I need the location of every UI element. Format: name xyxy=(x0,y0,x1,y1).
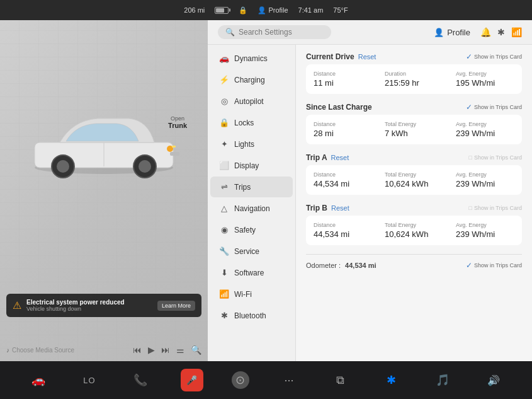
choose-media-label: Choose Media Source xyxy=(12,347,74,354)
taskbar-music-icon[interactable]: 🎤 xyxy=(181,369,203,391)
search-box[interactable]: 🔍 xyxy=(218,25,331,39)
taskbar-lo-label: LO xyxy=(78,369,101,391)
sidebar-item-locks[interactable]: 🔒 Locks xyxy=(210,112,293,133)
sidebar-item-lights[interactable]: ✦ Lights xyxy=(210,134,293,154)
current-drive-check-icon: ✓ xyxy=(466,52,472,61)
svg-rect-8 xyxy=(172,146,176,147)
current-drive-show-in-trips[interactable]: ✓ Show in Trips Card xyxy=(466,52,522,61)
trip-b-reset[interactable]: Reset xyxy=(331,204,349,212)
software-label: Software xyxy=(234,269,264,277)
svg-rect-9 xyxy=(170,152,179,156)
settings-content: 🚗 Dynamics ⚡ Charging ◎ Autopilot 🔒 Lock… xyxy=(208,45,532,361)
taskbar-bluetooth-icon[interactable]: ✱ xyxy=(380,369,403,391)
trip-a-distance: Distance 44,534 mi xyxy=(314,171,372,188)
taskbar-itunes-icon[interactable]: 🎵 xyxy=(431,369,454,391)
taskbar-apps-icon[interactable]: ⧉ xyxy=(329,369,351,391)
current-drive-distance: Distance 11 mi xyxy=(314,71,372,88)
autopilot-label: Autopilot xyxy=(234,97,264,106)
autopilot-icon: ◎ xyxy=(219,96,229,106)
taskbar-phone-icon[interactable]: 📞 xyxy=(129,369,152,391)
trip-b-distance: Distance 44,534 mi xyxy=(314,222,372,239)
profile-status: 👤 Profile xyxy=(258,6,288,14)
trip-a-total-energy-value: 10,624 kWh xyxy=(385,179,443,188)
trip-b-avg-energy-label: Avg. Energy xyxy=(456,222,514,228)
current-drive-section: Current Drive Reset ✓ Show in Trips Card… xyxy=(306,52,522,94)
odometer-divider xyxy=(306,254,522,255)
since-last-charge-title: Since Last Charge xyxy=(306,103,372,112)
header-icons: 🔔 ✱ 📶 xyxy=(480,27,522,37)
sidebar-item-software[interactable]: ⬇ Software xyxy=(210,262,293,283)
sidebar-item-service[interactable]: 🔧 Service xyxy=(210,241,293,262)
signal-icon: 📶 xyxy=(511,27,522,37)
slc-avg-energy-label: Avg. Energy xyxy=(456,121,514,127)
media-source[interactable]: ♪ Choose Media Source xyxy=(6,347,128,354)
trip-a-avg-energy-value: 239 Wh/mi xyxy=(456,179,514,188)
alert-title: Electrical system power reduced xyxy=(26,299,152,306)
search-media-icon[interactable]: 🔍 xyxy=(191,345,201,355)
play-icon[interactable]: ▶ xyxy=(148,345,155,355)
trip-a-distance-label: Distance xyxy=(314,171,372,178)
trip-a-total-energy: Total Energy 10,624 kWh xyxy=(385,171,443,188)
trip-a-avg-energy-label: Avg. Energy xyxy=(456,171,514,178)
sidebar-item-safety[interactable]: ◉ Safety xyxy=(210,219,293,240)
trip-b-show-in-trips[interactable]: □ Show in Trips Card xyxy=(469,205,522,211)
trip-a-distance-value: 44,534 mi xyxy=(314,179,372,188)
sidebar-item-display[interactable]: ⬜ Display xyxy=(210,155,293,176)
battery-icon xyxy=(215,7,229,14)
sidebar-item-navigation[interactable]: △ Navigation xyxy=(210,198,293,219)
search-input[interactable] xyxy=(239,28,314,37)
trips-icon: ⇌ xyxy=(219,182,229,192)
right-panel: 🔍 👤 Profile 🔔 ✱ 📶 🚗 xyxy=(208,20,532,361)
learn-more-button[interactable]: Learn More xyxy=(157,301,195,311)
temperature: 75°F xyxy=(333,6,348,14)
bell-icon[interactable]: 🔔 xyxy=(480,27,491,37)
sidebar-item-bluetooth[interactable]: ✱ Bluetooth xyxy=(210,305,293,326)
prev-icon[interactable]: ⏮ xyxy=(133,345,142,355)
odometer-show-in-trips[interactable]: ✓ Show in Trips Card xyxy=(466,261,522,270)
trip-a-reset[interactable]: Reset xyxy=(331,154,349,161)
header-right: 👤 Profile 🔔 ✱ 📶 xyxy=(434,27,522,37)
since-last-charge-show-in-trips[interactable]: ✓ Show in Trips Card xyxy=(466,103,522,112)
bluetooth-nav-icon: ✱ xyxy=(219,311,229,320)
taskbar-dots-icon[interactable]: ··· xyxy=(278,369,300,391)
sidebar-item-charging[interactable]: ⚡ Charging xyxy=(210,69,293,90)
taskbar-car-icon[interactable]: 🚗 xyxy=(27,369,50,391)
current-drive-reset[interactable]: Reset xyxy=(358,53,376,61)
left-panel: Open Trunk xyxy=(0,20,208,361)
settings-header: 🔍 👤 Profile 🔔 ✱ 📶 xyxy=(208,20,532,45)
sidebar-item-autopilot[interactable]: ◎ Autopilot xyxy=(210,91,293,112)
current-drive-title: Current Drive xyxy=(306,52,354,61)
trip-a-section: Trip A Reset □ Show in Trips Card Distan… xyxy=(306,153,522,195)
svg-point-3 xyxy=(57,160,69,173)
slc-total-energy: Total Energy 7 kWh xyxy=(385,121,443,138)
alert-text: Electrical system power reduced Vehicle … xyxy=(26,299,152,312)
bluetooth-header-icon[interactable]: ✱ xyxy=(497,27,505,37)
sidebar-item-dynamics[interactable]: 🚗 Dynamics xyxy=(210,48,293,69)
trip-a-show-in-trips[interactable]: □ Show in Trips Card xyxy=(469,154,522,161)
lights-label: Lights xyxy=(234,140,254,149)
safety-label: Safety xyxy=(234,226,256,234)
trip-a-card: Distance 44,534 mi Total Energy 10,624 k… xyxy=(306,165,522,195)
equalizer-icon[interactable]: ⚌ xyxy=(176,345,184,355)
sidebar-item-wifi[interactable]: 📶 Wi-Fi xyxy=(210,284,293,304)
alert-subtitle: Vehicle shutting down xyxy=(26,306,152,312)
trip-b-title-row: Trip B Reset xyxy=(306,204,349,212)
next-icon[interactable]: ⏭ xyxy=(161,345,170,355)
sidebar-item-trips[interactable]: ⇌ Trips xyxy=(210,176,293,197)
trip-a-title-row: Trip A Reset xyxy=(306,153,349,162)
avg-energy-label: Avg. Energy xyxy=(456,71,514,77)
profile-button[interactable]: 👤 Profile xyxy=(434,28,470,37)
trip-b-total-energy-label: Total Energy xyxy=(385,222,443,228)
taskbar-dot-icon[interactable]: ⊙ xyxy=(232,371,249,389)
slc-total-energy-label: Total Energy xyxy=(385,121,443,127)
service-label: Service xyxy=(234,247,259,256)
current-drive-header: Current Drive Reset ✓ Show in Trips Card xyxy=(306,52,522,61)
since-last-charge-section: Since Last Charge ✓ Show in Trips Card D… xyxy=(306,103,522,144)
trip-a-title: Trip A xyxy=(306,153,327,162)
taskbar: 🚗 LO 📞 🎤 ⊙ ··· ⧉ ✱ 🎵 🔊 xyxy=(0,361,532,399)
svg-point-5 xyxy=(139,160,151,173)
time: 7:41 am xyxy=(298,6,324,14)
taskbar-volume-icon[interactable]: 🔊 xyxy=(482,369,505,391)
odometer-label: Odometer : xyxy=(306,262,341,269)
nav-sidebar: 🚗 Dynamics ⚡ Charging ◎ Autopilot 🔒 Lock… xyxy=(208,45,296,361)
